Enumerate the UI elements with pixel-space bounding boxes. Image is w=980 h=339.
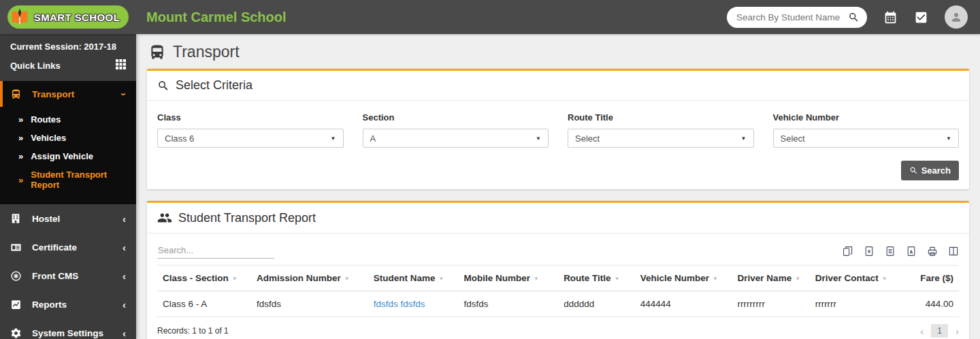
sidebar-menu: Transport › » Routes » Vehicles » Assign… [0, 81, 136, 339]
section-select[interactable]: A ▼ [363, 129, 549, 148]
csv-export-icon[interactable] [885, 246, 896, 257]
sidebar-item-reports[interactable]: Reports ‹ [0, 290, 136, 319]
double-arrow-icon: » [18, 133, 23, 143]
print-icon[interactable] [927, 246, 938, 257]
gear-icon [10, 327, 23, 339]
report-toolbar [147, 233, 969, 265]
report-card: Student Transport Report [147, 201, 969, 339]
search-icon[interactable] [848, 12, 860, 23]
sidebar-item-label: System Settings [32, 328, 122, 338]
field-vehicle-number: Vehicle Number Select ▼ [773, 112, 960, 148]
sidebar-subitem-student-transport-report[interactable]: » Student Transport Report [0, 165, 136, 194]
logo-area: SMART SCHOOL [0, 5, 136, 29]
quick-links-label: Quick Links [10, 61, 61, 71]
col-driver-contact[interactable]: Driver Contact▼ [810, 265, 915, 291]
current-page[interactable]: 1 [931, 324, 948, 338]
cell-driver-name: rrrrrrrrr [732, 291, 810, 317]
grid-icon[interactable] [116, 59, 126, 71]
col-student-name[interactable]: Student Name▼ [368, 265, 459, 291]
sidebar-subitem-routes[interactable]: » Routes [0, 110, 136, 129]
cell-admission-number: fdsfds [251, 291, 368, 317]
school-name: Mount Carmel School [146, 10, 727, 25]
subitem-label: Routes [31, 114, 61, 125]
chevron-left-icon: ‹ [122, 299, 126, 310]
sidebar-item-transport[interactable]: Transport › [0, 81, 136, 107]
table-search-input[interactable] [157, 242, 274, 259]
top-header: SMART SCHOOL Mount Carmel School [0, 0, 980, 34]
double-arrow-icon: » [18, 151, 23, 161]
sidebar-item-label: Front CMS [32, 271, 122, 281]
cell-driver-contact: rrrrrrr [810, 291, 915, 317]
user-avatar[interactable] [945, 5, 968, 29]
select-arrow-icon: ▼ [536, 135, 541, 142]
field-section: Section A ▼ [363, 112, 549, 148]
task-check-icon[interactable] [914, 10, 928, 25]
cell-class-section: Class 6 - A [157, 291, 251, 317]
student-search-input[interactable] [736, 12, 848, 22]
bus-icon [148, 44, 166, 61]
quick-links[interactable]: Quick Links [10, 59, 126, 71]
chart-line-icon [10, 299, 23, 310]
sidebar-item-label: Reports [32, 300, 122, 310]
sidebar-subitem-assign-vehicle[interactable]: » Assign Vehicle [0, 147, 136, 165]
field-label: Route Title [568, 112, 754, 123]
class-select[interactable]: Class 6 ▼ [157, 129, 344, 148]
sort-icon: ▼ [232, 276, 238, 282]
select-value: Select [575, 133, 600, 144]
route-title-select[interactable]: Select ▼ [568, 129, 754, 148]
book-pen-icon [10, 7, 30, 27]
asterisk-circle-icon [10, 270, 23, 282]
column-visibility-icon[interactable] [948, 246, 959, 257]
cell-mobile-number: fdsfds [459, 291, 559, 317]
report-table: Class - Section▼ Admission Number▼ Stude… [157, 265, 959, 317]
excel-export-icon[interactable] [864, 246, 875, 257]
report-title: Student Transport Report [178, 211, 316, 225]
chevron-left-icon: ‹ [122, 270, 126, 282]
search-icon [157, 80, 169, 92]
search-button-label: Search [921, 165, 951, 176]
select-arrow-icon: ▼ [331, 135, 336, 142]
subitem-label: Vehicles [31, 133, 66, 143]
sort-icon: ▼ [344, 276, 350, 282]
col-fare: Fare ($) [915, 265, 959, 291]
search-icon [909, 166, 918, 175]
sidebar: Current Session: 2017-18 Quick Links Tra… [0, 34, 136, 339]
session-block: Current Session: 2017-18 Quick Links [0, 34, 136, 76]
sidebar-item-label: Hostel [32, 214, 122, 224]
sort-icon: ▼ [882, 276, 887, 282]
field-label: Section [363, 112, 549, 123]
export-toolbar [843, 246, 959, 259]
select-arrow-icon: ▼ [741, 135, 747, 142]
chevron-left-icon: ‹ [122, 327, 126, 339]
sidebar-item-hostel[interactable]: Hostel ‹ [0, 204, 136, 233]
cell-vehicle-number: 444444 [635, 291, 732, 317]
col-mobile-number[interactable]: Mobile Number▼ [459, 265, 559, 291]
col-admission-number[interactable]: Admission Number▼ [251, 265, 368, 291]
cell-route-title: dddddd [558, 291, 635, 317]
sidebar-item-certificate[interactable]: Certificate ‹ [0, 233, 136, 261]
pdf-export-icon[interactable] [906, 246, 917, 257]
copy-icon[interactable] [843, 246, 853, 257]
table-search [157, 242, 274, 259]
student-name-link[interactable]: fdsfds fdsfds [368, 291, 459, 317]
sidebar-item-front-cms[interactable]: Front CMS ‹ [0, 261, 136, 290]
col-route-title[interactable]: Route Title▼ [558, 265, 635, 291]
col-vehicle-number[interactable]: Vehicle Number▼ [635, 265, 732, 291]
sort-icon: ▼ [534, 276, 539, 282]
prev-page-button[interactable]: ‹ [920, 325, 924, 337]
col-class-section[interactable]: Class - Section▼ [157, 265, 251, 291]
sort-icon: ▼ [713, 276, 718, 282]
sort-icon: ▼ [438, 276, 444, 282]
subitem-label: Assign Vehicle [31, 151, 93, 161]
search-button[interactable]: Search [901, 161, 959, 180]
field-label: Class [157, 112, 344, 123]
sidebar-subitem-vehicles[interactable]: » Vehicles [0, 129, 136, 147]
sidebar-item-system-settings[interactable]: System Settings ‹ [0, 319, 136, 339]
criteria-form: Class Class 6 ▼ Section A ▼ Route Title … [147, 101, 969, 150]
vehicle-number-select[interactable]: Select ▼ [773, 129, 960, 148]
next-page-button[interactable]: › [956, 325, 959, 337]
col-driver-name[interactable]: Driver Name▼ [732, 265, 810, 291]
app-logo[interactable]: SMART SCHOOL [7, 5, 129, 29]
calendar-icon[interactable] [883, 10, 898, 25]
current-session-label: Current Session: 2017-18 [10, 42, 126, 52]
